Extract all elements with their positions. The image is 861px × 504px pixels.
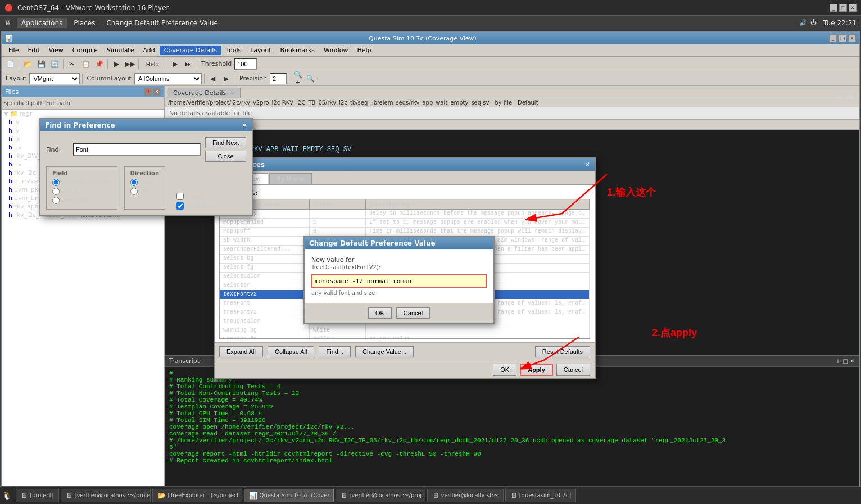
auto-wrap-check[interactable]: Auto Wrap — [176, 202, 219, 210]
change-pref-cancel-btn[interactable]: Cancel — [396, 307, 430, 319]
pref-row[interactable]: PopupDelayDelay in milliseconds before t… — [220, 210, 590, 219]
transcript-btn1[interactable]: + — [836, 358, 840, 364]
coverage-details-menu[interactable]: Coverage Details — [160, 46, 221, 55]
layout-menu[interactable]: Layout — [246, 46, 275, 55]
coverage-details-tab[interactable]: Coverage Details ✕ — [167, 88, 241, 98]
taskbar-item-project[interactable]: 🖥 [project] — [16, 489, 59, 502]
transcript-line: coverage open /home/verifier/project/i2c… — [169, 424, 855, 430]
app-close-btn[interactable]: ✕ — [848, 34, 856, 42]
compile-menu[interactable]: Compile — [68, 46, 102, 55]
nav-btn1[interactable]: ◀ — [207, 73, 219, 84]
taskbar-item-verifier2[interactable]: 🖥 [verifier@localhost:~/proj... — [336, 489, 425, 502]
file-menu[interactable]: File — [4, 46, 23, 55]
close-button[interactable]: ✕ — [849, 4, 857, 12]
pref-ok-btn[interactable]: OK — [493, 364, 516, 376]
taskbar-item-verifier3[interactable]: 🖥 verifier@localhost:~ — [427, 489, 504, 502]
app-maximize-btn[interactable]: □ — [839, 34, 846, 42]
maximize-button[interactable]: □ — [839, 4, 847, 12]
by-name-tab[interactable]: By Name — [269, 173, 312, 184]
threshold-input[interactable] — [234, 58, 257, 70]
tree-item[interactable]: ▼ 📁 regr_ — [2, 110, 164, 118]
pref-row[interactable]: warning_fgYellowor hex value — [220, 335, 590, 339]
change-pref-input[interactable] — [311, 274, 487, 288]
open-btn[interactable]: 📂 — [21, 58, 34, 70]
collapse-all-btn[interactable]: Collapse All — [268, 346, 314, 357]
sidebar-pin-btn[interactable]: 📌 — [144, 88, 152, 96]
taskbar-item-tree[interactable]: 📂 [TreeExplorer - (~/project... — [152, 489, 242, 502]
save-btn[interactable]: 💾 — [35, 58, 47, 70]
pref-row[interactable]: PopupEnabled1If set to 1, message popups… — [220, 219, 590, 228]
radio-up[interactable]: Up — [130, 188, 160, 195]
add-menu[interactable]: Add — [138, 46, 159, 55]
reset-defaults-btn[interactable]: Reset Defaults — [535, 346, 590, 357]
annotation-step1: 1.输入这个 — [607, 185, 656, 199]
sidebar-close-btn[interactable]: ✕ — [153, 88, 161, 96]
pref-row[interactable]: warning_bgWhite — [220, 326, 590, 335]
volume-icon[interactable]: 🔊 — [799, 19, 807, 26]
zoom-in-btn[interactable]: 🔍+ — [292, 73, 304, 84]
dialog-ok-row: OK Apply Cancel — [215, 361, 595, 378]
toolbar1: 📄 📂 💾 🔄 ✂ 📋 📌 ▶ ▶▶ Help ▶ ⏭ Threshold — [2, 57, 859, 71]
titlebar: 🔴 CentOS7_64 - VMware Workstation 16 Pla… — [0, 0, 861, 16]
refresh-btn[interactable]: 🔄 — [48, 58, 61, 70]
column-layout-select[interactable]: AllColumns — [134, 73, 202, 84]
titlebar-text: CentOS7_64 - VMware Workstation 16 Playe… — [17, 4, 169, 12]
radio-description[interactable]: Description — [52, 197, 111, 204]
transcript-btn2[interactable]: □ — [842, 358, 848, 364]
preferences-close[interactable]: ✕ — [584, 161, 590, 169]
bookmarks-menu[interactable]: Bookmarks — [276, 46, 319, 55]
places-menu[interactable]: Places — [69, 18, 99, 28]
find-input[interactable] — [73, 143, 201, 156]
simulate-btn[interactable]: ▶▶ — [124, 58, 136, 70]
edit-menu[interactable]: Edit — [23, 46, 44, 55]
find-btn[interactable]: Find... — [319, 346, 351, 357]
taskbar-item-verifier1[interactable]: 🖥 [verifier@localhost:~/proje... — [61, 489, 151, 502]
power-icon[interactable]: ⏻ — [810, 19, 817, 26]
compile-btn[interactable]: ▶ — [110, 58, 123, 70]
tools-menu[interactable]: Tools — [221, 46, 246, 55]
help-menu[interactable]: Help — [352, 46, 375, 55]
layout-select[interactable]: VMgmt — [29, 73, 80, 84]
gnome-menubar: 🖥 Applications Places Change Default Pre… — [0, 16, 861, 30]
play-btn[interactable]: ▶ — [169, 58, 181, 70]
expand-all-btn[interactable]: Expand All — [219, 346, 263, 357]
help-btn[interactable]: Help — [141, 58, 164, 70]
precision-input[interactable] — [270, 73, 287, 84]
window-menu[interactable]: Window — [319, 46, 352, 55]
taskbar-item-questa[interactable]: 📊 Questa Sim 10.7c (Cover... — [244, 489, 334, 502]
coverage-tab-close[interactable]: ✕ — [230, 90, 235, 96]
pref-cancel-btn[interactable]: Cancel — [556, 364, 590, 376]
app-minimize-btn[interactable]: _ — [829, 34, 837, 42]
step-btn[interactable]: ⏭ — [182, 58, 194, 70]
transcript-title: Transcript — [169, 357, 200, 365]
view-menu[interactable]: View — [44, 46, 68, 55]
find-next-btn[interactable]: Find Next — [205, 137, 246, 148]
sidebar-toolbar: Specified path Full path — [2, 97, 164, 110]
taskbar-item-questasim[interactable]: 🖥 [questasim_10.7c] — [505, 489, 576, 502]
paste-btn[interactable]: 📌 — [93, 58, 105, 70]
pref-apply-btn[interactable]: Apply — [520, 364, 553, 376]
full-path-label: Full path — [46, 100, 70, 106]
transcript-btn3[interactable]: ✕ — [850, 358, 855, 364]
new-btn[interactable]: 📄 — [4, 58, 16, 70]
change-value-btn[interactable]: Change Value... — [355, 346, 414, 357]
find-close-btn[interactable]: Close — [205, 151, 246, 162]
copy-btn[interactable]: 📋 — [79, 58, 92, 70]
transcript-content[interactable]: # # Ranking summary: # Total Contributin… — [165, 366, 859, 490]
clock: Tue 22:21 — [823, 19, 857, 27]
cut-btn[interactable]: ✂ — [66, 58, 78, 70]
radio-preference-item[interactable]: Preference Item — [52, 179, 111, 186]
simulate-menu[interactable]: Simulate — [102, 46, 139, 55]
minimize-button[interactable]: _ — [830, 4, 837, 12]
applications-menu[interactable]: Applications — [17, 18, 67, 28]
find-dialog-close[interactable]: ✕ — [242, 121, 247, 129]
change-default-menu[interactable]: Change Default Preference Value — [102, 18, 223, 28]
layout-label: Layout — [6, 75, 26, 82]
zoom-out-btn[interactable]: 🔍- — [305, 73, 318, 84]
exact-check[interactable]: Exact — [176, 193, 219, 200]
pref-row[interactable]: PopupOff0Time in milliseconds that the m… — [220, 228, 590, 237]
nav-btn2[interactable]: ▶ — [220, 73, 233, 84]
radio-value[interactable]: Value — [52, 188, 111, 195]
change-pref-ok-btn[interactable]: OK — [368, 307, 392, 319]
radio-down[interactable]: Down — [130, 179, 160, 186]
